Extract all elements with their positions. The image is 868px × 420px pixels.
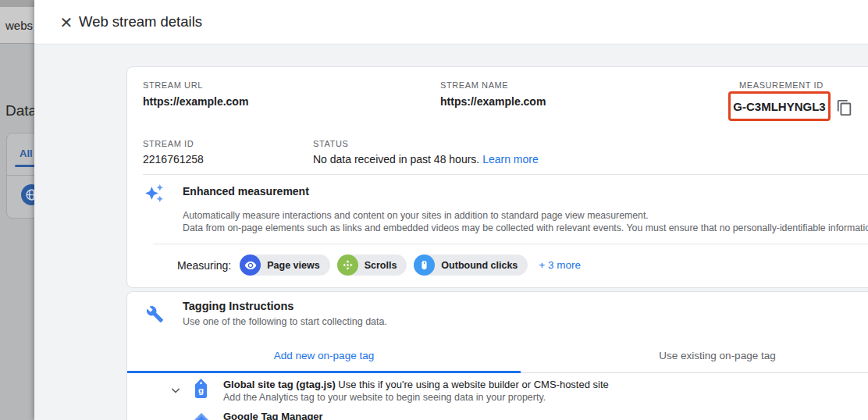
globe-icon <box>21 184 34 205</box>
background-page-strip: webs Data All <box>0 0 34 420</box>
tagging-instructions-card: Tagging Instructions Use one of the foll… <box>126 291 868 420</box>
panel-header: ✕ Web stream details <box>34 0 868 44</box>
google-tag-manager-icon <box>194 413 208 420</box>
close-icon[interactable]: ✕ <box>55 12 77 34</box>
divider <box>143 174 868 175</box>
measurement-id-label: MEASUREMENT ID <box>739 80 824 90</box>
background-tab-all: All <box>20 148 33 159</box>
gtag-icon: g <box>193 378 209 402</box>
badge-label: Scrolls <box>365 260 397 271</box>
stream-name-value: https://example.com <box>440 95 546 108</box>
learn-more-link[interactable]: Learn more <box>482 153 539 166</box>
sparkle-icon <box>144 183 164 206</box>
badge-scrolls: Scrolls <box>337 254 407 276</box>
status-text: No data received in past 48 hours. <box>313 153 479 166</box>
tab-use-existing-on-page-tag[interactable]: Use existing on-page tag <box>521 339 868 372</box>
tagging-instructions-title: Tagging Instructions <box>183 300 293 312</box>
stream-url-label: STREAM URL <box>143 80 203 90</box>
scroll-icon <box>337 254 358 276</box>
measuring-row: Measuring: Page views Scrolls Outbound c… <box>177 254 581 276</box>
background-topbar <box>0 0 34 7</box>
stream-id-label: STREAM ID <box>143 139 194 148</box>
gtag-row-subtitle: Add the Analytics tag to your website to… <box>223 392 546 403</box>
more-badges-link[interactable]: + 3 more <box>539 259 581 271</box>
svg-text:g: g <box>198 386 204 395</box>
background-data-heading: Data <box>5 102 34 119</box>
background-streams-card: All <box>6 133 34 219</box>
badge-page-views: Page views <box>240 254 329 276</box>
status-value: No data received in past 48 hours. Learn… <box>313 153 539 166</box>
stream-name-label: STREAM NAME <box>440 80 508 90</box>
stream-url-value: https://example.com <box>143 95 248 108</box>
divider <box>7 175 34 176</box>
badge-outbound-clicks: Outbound clicks <box>414 254 528 276</box>
gtag-title-bold: Global site tag (gtag.js) <box>223 379 336 390</box>
mouse-icon <box>414 254 435 276</box>
divider <box>153 244 868 244</box>
tab-add-new-on-page-tag[interactable]: Add new on-page tag <box>127 339 521 372</box>
enhanced-measurement-description-line1: Automatically measure interactions and c… <box>183 210 649 221</box>
measurement-id-highlight-box: G-C3MLHYNGL3 <box>728 91 831 121</box>
badge-label: Outbound clicks <box>441 260 518 271</box>
chevron-down-icon[interactable] <box>168 383 183 398</box>
active-tab-underline <box>127 371 521 373</box>
badge-label: Page views <box>267 260 319 271</box>
measurement-id-value: G-C3MLHYNGL3 <box>733 100 825 113</box>
enhanced-measurement-description-line2: Data from on-page elements such as links… <box>183 222 868 233</box>
tagging-tabs: Add new on-page tag Use existing on-page… <box>127 339 868 373</box>
enhanced-measurement-title: Enhanced measurement <box>183 185 309 198</box>
wrench-icon <box>146 305 164 326</box>
stream-info-card: STREAM URL https://example.com STREAM NA… <box>126 66 868 288</box>
web-stream-details-panel: ✕ Web stream details STREAM URL https://… <box>34 0 868 420</box>
background-page-title: webs <box>0 7 34 44</box>
tagging-instructions-subtitle: Use one of the following to start collec… <box>183 316 387 327</box>
google-tag-manager-row-title[interactable]: Google Tag Manager <box>223 411 323 420</box>
status-label: STATUS <box>313 139 348 148</box>
panel-title: Web stream details <box>79 13 202 30</box>
measuring-label: Measuring: <box>177 259 231 272</box>
copy-icon[interactable] <box>836 99 853 116</box>
gtag-title-rest: Use this if you're using a website build… <box>336 379 609 390</box>
stream-id-value: 2216761258 <box>143 153 204 166</box>
background-tab-underline <box>15 165 34 167</box>
gtag-row-title[interactable]: Global site tag (gtag.js) Use this if yo… <box>223 379 609 390</box>
eye-icon <box>240 254 261 276</box>
